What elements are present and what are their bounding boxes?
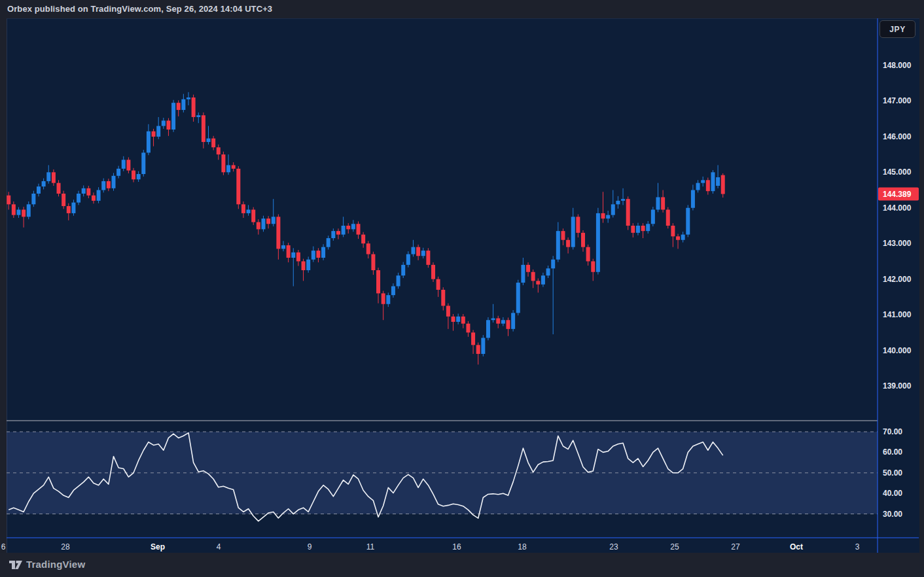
- rsi-pane[interactable]: [7, 421, 878, 538]
- main-chart-pane[interactable]: [7, 18, 878, 421]
- time-tick-label: 6: [1, 542, 6, 551]
- tradingview-logo-link[interactable]: TradingView: [26, 559, 85, 570]
- time-axis[interactable]: [7, 538, 919, 553]
- tradingview-published-chart: Orbex published on TradingView.com, Sep …: [0, 0, 924, 577]
- price-axis[interactable]: [878, 18, 924, 538]
- symbol-badge-label: JPY: [889, 25, 905, 34]
- tradingview-logo-icon: [9, 559, 23, 570]
- footer-bar: TradingView: [0, 553, 924, 577]
- symbol-badge-button[interactable]: JPY: [880, 20, 915, 38]
